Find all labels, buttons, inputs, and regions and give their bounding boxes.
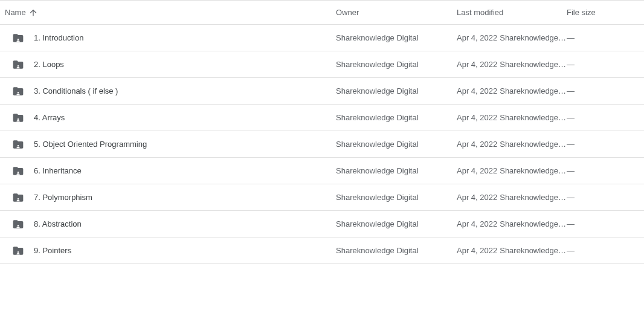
table-row[interactable]: 1. Introduction Shareknowledge Digital A… [0,25,644,51]
cell-name: 3. Conditionals ( if else ) [5,85,336,97]
modified-by: Shareknowledge D… [500,193,567,202]
file-name: 3. Conditionals ( if else ) [34,86,118,95]
cell-owner: Shareknowledge Digital [336,166,457,175]
cell-size: — [567,60,633,69]
modified-date: Apr 4, 2022 [457,113,497,122]
table-row[interactable]: 9. Pointers Shareknowledge Digital Apr 4… [0,237,644,264]
cell-name: 6. Inheritance [5,165,336,177]
cell-size: — [567,219,633,228]
file-name: 1. Introduction [34,33,83,42]
modified-by: Shareknowledge D… [500,113,567,122]
shared-folder-icon [12,245,24,257]
owner-text: Shareknowledge Digital [336,60,419,69]
cell-owner: Shareknowledge Digital [336,86,457,95]
modified-date: Apr 4, 2022 [457,246,497,255]
modified-date: Apr 4, 2022 [457,140,497,149]
cell-size: — [567,113,633,122]
modified-by: Shareknowledge D… [500,166,567,175]
size-text: — [567,193,575,202]
file-name: 6. Inheritance [34,166,82,175]
shared-folder-icon [12,138,24,150]
table-row[interactable]: 8. Abstraction Shareknowledge Digital Ap… [0,211,644,237]
cell-name: 8. Abstraction [5,218,336,230]
cell-size: — [567,86,633,95]
owner-text: Shareknowledge Digital [336,86,419,95]
cell-owner: Shareknowledge Digital [336,60,457,69]
shared-folder-icon [12,218,24,230]
cell-owner: Shareknowledge Digital [336,33,457,42]
file-list: Name Owner Last modified File size [0,0,644,264]
size-text: — [567,60,575,69]
shared-folder-icon [12,59,24,71]
size-text: — [567,166,575,175]
file-name: 9. Pointers [34,246,71,255]
cell-size: — [567,140,633,149]
owner-text: Shareknowledge Digital [336,33,419,42]
owner-text: Shareknowledge Digital [336,113,419,122]
modified-date: Apr 4, 2022 [457,33,497,42]
file-name: 7. Polymorphism [34,193,92,202]
modified-date: Apr 4, 2022 [457,219,497,228]
arrow-up-icon [28,8,38,18]
cell-name: 4. Arrays [5,112,336,124]
cell-size: — [567,246,633,255]
cell-modified: Apr 4, 2022 Shareknowledge D… [457,166,567,175]
size-text: — [567,246,575,255]
cell-modified: Apr 4, 2022 Shareknowledge D… [457,140,567,149]
size-text: — [567,219,575,228]
cell-size: — [567,33,633,42]
header-row: Name Owner Last modified File size [0,1,644,25]
cell-modified: Apr 4, 2022 Shareknowledge D… [457,33,567,42]
file-name: 8. Abstraction [34,219,82,228]
cell-owner: Shareknowledge Digital [336,140,457,149]
modified-date: Apr 4, 2022 [457,166,497,175]
cell-name: 2. Loops [5,59,336,71]
size-text: — [567,33,575,42]
owner-text: Shareknowledge Digital [336,166,419,175]
shared-folder-icon [12,112,24,124]
size-text: — [567,113,575,122]
header-modified[interactable]: Last modified [457,8,567,17]
modified-by: Shareknowledge D… [500,60,567,69]
size-text: — [567,86,575,95]
header-name[interactable]: Name [5,8,336,18]
cell-modified: Apr 4, 2022 Shareknowledge D… [457,219,567,228]
cell-owner: Shareknowledge Digital [336,219,457,228]
table-row[interactable]: 6. Inheritance Shareknowledge Digital Ap… [0,158,644,184]
modified-by: Shareknowledge D… [500,246,567,255]
modified-date: Apr 4, 2022 [457,86,497,95]
modified-by: Shareknowledge D… [500,140,567,149]
header-modified-label: Last modified [457,8,503,17]
cell-owner: Shareknowledge Digital [336,113,457,122]
table-row[interactable]: 2. Loops Shareknowledge Digital Apr 4, 2… [0,51,644,78]
modified-by: Shareknowledge D… [500,33,567,42]
cell-modified: Apr 4, 2022 Shareknowledge D… [457,113,567,122]
cell-name: 7. Polymorphism [5,192,336,204]
cell-modified: Apr 4, 2022 Shareknowledge D… [457,86,567,95]
table-row[interactable]: 7. Polymorphism Shareknowledge Digital A… [0,184,644,211]
table-row[interactable]: 4. Arrays Shareknowledge Digital Apr 4, … [0,105,644,131]
owner-text: Shareknowledge Digital [336,140,419,149]
cell-owner: Shareknowledge Digital [336,246,457,255]
cell-name: 9. Pointers [5,245,336,257]
cell-modified: Apr 4, 2022 Shareknowledge D… [457,60,567,69]
shared-folder-icon [12,192,24,204]
header-size-label: File size [567,8,596,17]
file-name: 2. Loops [34,60,64,69]
table-row[interactable]: 3. Conditionals ( if else ) Shareknowled… [0,78,644,105]
file-name: 4. Arrays [34,113,65,122]
modified-date: Apr 4, 2022 [457,60,497,69]
header-owner[interactable]: Owner [336,8,457,17]
cell-size: — [567,166,633,175]
cell-modified: Apr 4, 2022 Shareknowledge D… [457,246,567,255]
owner-text: Shareknowledge Digital [336,219,419,228]
cell-name: 1. Introduction [5,32,336,44]
header-size[interactable]: File size [567,8,633,17]
modified-date: Apr 4, 2022 [457,193,497,202]
owner-text: Shareknowledge Digital [336,193,419,202]
shared-folder-icon [12,32,24,44]
cell-name: 5. Object Oriented Programming [5,138,336,150]
table-row[interactable]: 5. Object Oriented Programming Shareknow… [0,131,644,158]
cell-size: — [567,193,633,202]
modified-by: Shareknowledge D… [500,86,567,95]
